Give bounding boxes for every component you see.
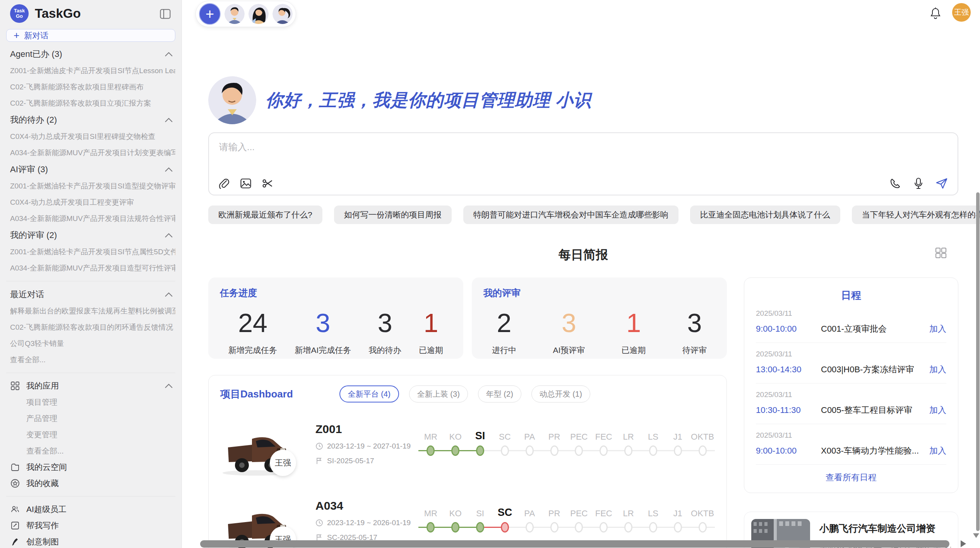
chat-input-box[interactable]: 请输入... — [208, 132, 958, 195]
milestone-node[interactable] — [542, 442, 567, 459]
sidebar-item-ai-super-staff[interactable]: AI超级员工 — [6, 501, 175, 517]
send-icon[interactable] — [936, 178, 947, 189]
sidebar-conversation-item[interactable]: 查看全部... — [6, 352, 175, 368]
sidebar-item-cloud-space[interactable]: 我的云空间 — [6, 459, 175, 475]
milestone-node[interactable] — [641, 519, 665, 536]
agent-avatar-2[interactable] — [248, 4, 269, 24]
suggestion-chip[interactable]: 欧洲新规最近颁布了什么? — [208, 206, 322, 224]
agent-avatar-3[interactable] — [272, 4, 293, 24]
phone-call-icon[interactable] — [889, 178, 901, 189]
sidebar-conversation-item[interactable]: A034-全新新能源MUV产品开发项目法规符合性评审 — [6, 211, 175, 227]
new-agent-button[interactable]: + — [199, 3, 221, 25]
suggestion-chip[interactable]: 当下年轻人对汽车外观有怎样的喜好趋势 — [852, 206, 980, 224]
project-row[interactable]: 王强 Z001 2023-12-19 ~ 2027-01-19 SI-2025-… — [220, 423, 715, 479]
sidebar-conversation-item[interactable]: C02-飞腾新能源轻客改款项目里程碑画布 — [6, 79, 175, 95]
image-icon[interactable] — [240, 178, 252, 189]
sidebar-conversation-item[interactable]: 解释最新出台的欧盟报废车法规再生塑料比例被调至15%... — [6, 303, 175, 319]
stat-label: 新增AI完成任务 — [295, 345, 351, 356]
news-title: 小鹏飞行汽车制造公司增资 — [819, 522, 951, 535]
milestone-node[interactable] — [665, 519, 690, 536]
milestone-node[interactable] — [567, 442, 591, 459]
sidebar-app-subitem[interactable]: 变更管理 — [6, 426, 175, 443]
sidebar-collapse-icon[interactable] — [160, 9, 171, 21]
milestone-node[interactable] — [641, 442, 665, 459]
sidebar-item-favorites[interactable]: 我的收藏 — [6, 475, 175, 491]
stat-label: AI预评审 — [553, 345, 585, 356]
dashboard-tab[interactable]: 全新平台 (4) — [339, 385, 399, 402]
milestone-node[interactable] — [443, 519, 468, 536]
milestone-node[interactable] — [517, 519, 542, 536]
milestone-node[interactable] — [591, 519, 616, 536]
milestone-node[interactable] — [665, 442, 690, 459]
dashboard-tab[interactable]: 年型 (2) — [478, 385, 521, 402]
sidebar-conversation-item[interactable]: 公司Q3轻卡销量 — [6, 336, 175, 352]
scroll-down-arrow[interactable] — [973, 533, 979, 538]
notifications-bell-icon[interactable] — [930, 7, 941, 21]
scissors-icon[interactable] — [262, 178, 273, 189]
milestone-node[interactable] — [616, 519, 641, 536]
vertical-scrollbar[interactable] — [976, 192, 980, 531]
dashboard-tab[interactable]: 全新上装 (3) — [409, 385, 468, 402]
event-join-link[interactable]: 加入 — [929, 404, 946, 416]
milestone-label: PA — [517, 509, 542, 519]
milestone-node[interactable] — [542, 519, 567, 536]
sidebar-section-header[interactable]: 我的评审 (2) — [6, 227, 175, 244]
sidebar-item-creative-drawing[interactable]: 创意制图 — [6, 534, 175, 548]
horizontal-scrollbar[interactable] — [200, 540, 949, 548]
chevron-up-icon[interactable] — [164, 49, 173, 59]
chevron-up-icon[interactable] — [164, 115, 173, 125]
chevron-up-icon[interactable] — [164, 381, 173, 390]
suggestion-chip[interactable]: 特朗普可能对进口汽车增税会对中国车企造成哪些影响 — [463, 206, 678, 224]
chevron-up-icon[interactable] — [164, 230, 173, 240]
dashboard-tab[interactable]: 动总开发 (1) — [531, 385, 590, 402]
milestone-node[interactable] — [418, 442, 443, 459]
milestone-node[interactable] — [468, 519, 493, 536]
agent-avatar-1[interactable] — [224, 4, 245, 24]
sidebar-item-my-apps[interactable]: 我的应用 — [6, 378, 175, 394]
sidebar-conversation-item[interactable]: C02-飞腾新能源轻客改款项目的闭环通告反馈情况 — [6, 319, 175, 336]
milestone-node[interactable] — [616, 442, 641, 459]
sidebar-section-header[interactable]: Agent已办 (3) — [6, 46, 175, 63]
sidebar-conversation-item[interactable]: A034-全新新能源MUV产品开发项目造型可行性评审 — [6, 260, 175, 276]
scroll-right-arrow[interactable] — [961, 540, 966, 547]
sidebar-app-subitem[interactable]: 项目管理 — [6, 394, 175, 410]
chevron-up-icon[interactable] — [164, 289, 173, 300]
chevron-up-icon[interactable] — [164, 164, 173, 175]
layout-grid-icon[interactable] — [935, 247, 947, 260]
sidebar-app-subitem[interactable]: 查看全部... — [6, 443, 175, 459]
sidebar-section-header[interactable]: 我的待办 (2) — [6, 111, 175, 128]
microphone-icon[interactable] — [913, 178, 924, 189]
milestone-node[interactable] — [418, 519, 443, 536]
sidebar-conversation-item[interactable]: Z001-全新燃油皮卡产品开发项目SI节点Lesson Learn报告 — [6, 63, 175, 79]
milestone-node[interactable] — [492, 519, 517, 536]
sidebar-item-help-me-write[interactable]: 帮我写作 — [6, 517, 175, 534]
sidebar-conversation-item[interactable]: C02-飞腾新能源轻客改款项目立项汇报方案 — [6, 95, 175, 111]
new-chat-button[interactable]: + 新对话 — [6, 29, 175, 42]
sidebar-conversation-item[interactable]: C0X4-动力总成开发项目工程变更评审 — [6, 194, 175, 211]
milestone-node[interactable] — [690, 519, 715, 536]
sidebar-conversation-item[interactable]: Z001-全新燃油轻卡产品开发项目SI节点属性5D文件评审 — [6, 244, 175, 260]
event-join-link[interactable]: 加入 — [929, 445, 946, 457]
milestone-node[interactable] — [591, 442, 616, 459]
recent-chats-header[interactable]: 最近对话 — [6, 286, 175, 303]
milestone-node[interactable] — [517, 442, 542, 459]
suggestion-chip[interactable]: 比亚迪全固态电池计划具体说了什么 — [690, 206, 840, 224]
sidebar-section-header[interactable]: AI评审 (3) — [6, 161, 175, 178]
milestone-node[interactable] — [567, 519, 591, 536]
stat-label: 我的待办 — [369, 345, 401, 356]
milestone-node[interactable] — [690, 442, 715, 459]
view-all-schedule-link[interactable]: 查看所有日程 — [756, 464, 946, 487]
sidebar-conversation-item[interactable]: C0X4-动力总成开发项目SI里程碑提交物检查 — [6, 128, 175, 145]
milestone-node[interactable] — [443, 442, 468, 459]
attachment-icon[interactable] — [218, 178, 230, 189]
sidebar-app-subitem[interactable]: 产品管理 — [6, 410, 175, 426]
event-name: C005-整车工程目标评审 — [821, 404, 929, 416]
sidebar-conversation-item[interactable]: A034-全新新能源MUV产品开发项目计划变更表编写 — [6, 145, 175, 161]
milestone-node[interactable] — [492, 442, 517, 459]
event-join-link[interactable]: 加入 — [929, 364, 946, 375]
suggestion-chip[interactable]: 如何写一份清晰的项目周报 — [334, 206, 452, 224]
milestone-node[interactable] — [468, 442, 493, 459]
sidebar-conversation-item[interactable]: Z001-全新燃油轻卡产品开发项目SI造型提交物评审 — [6, 178, 175, 194]
user-avatar[interactable]: 王强 — [952, 3, 971, 22]
event-join-link[interactable]: 加入 — [929, 323, 946, 335]
